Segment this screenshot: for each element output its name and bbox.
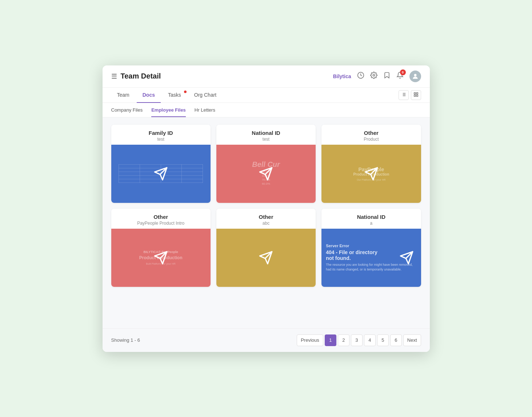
file-card-national-id-a[interactable]: National ID a Server Error 404 - File or… bbox=[321, 209, 421, 287]
app-window: ☰ Team Detail Bilytica 0 Team bbox=[103, 65, 430, 352]
page-6-button[interactable]: 6 bbox=[390, 334, 402, 346]
card-subtitle: Product bbox=[325, 137, 417, 142]
card-title: Other bbox=[115, 214, 207, 220]
card-header: National ID a bbox=[321, 209, 421, 229]
cards-grid: Family ID test bbox=[111, 125, 421, 287]
pagination: Previous 1 2 3 4 5 6 Next bbox=[297, 334, 421, 346]
card-header: Other Product bbox=[321, 125, 421, 145]
bookmark-icon[interactable] bbox=[383, 72, 391, 81]
card-thumbnail: Bell Cur 20.0% 10.0% 70.0% 60.0% bbox=[216, 145, 316, 203]
card-header: National ID test bbox=[216, 125, 316, 145]
file-card-national-id[interactable]: National ID test Bell Cur 20.0% 10.0% 70… bbox=[216, 125, 316, 203]
page-3-button[interactable]: 3 bbox=[351, 334, 363, 346]
tab-docs[interactable]: Docs bbox=[137, 88, 161, 103]
card-header: Family ID test bbox=[111, 125, 211, 145]
card-thumbnail: Server Error 404 - File or directorynot … bbox=[321, 229, 421, 287]
card-title: Family ID bbox=[115, 130, 207, 136]
card-title: Other bbox=[220, 214, 312, 220]
tab-team[interactable]: Team bbox=[111, 88, 135, 103]
file-card-family-id[interactable]: Family ID test bbox=[111, 125, 211, 203]
menu-icon[interactable]: ☰ bbox=[111, 72, 117, 80]
page-1-button[interactable]: 1 bbox=[325, 334, 336, 346]
showing-label: Showing 1 - 6 bbox=[111, 337, 140, 343]
card-thumbnail: PayPeople Product Introduction Our Platf… bbox=[321, 145, 421, 203]
next-button[interactable]: Next bbox=[403, 334, 421, 346]
settings-icon[interactable] bbox=[370, 72, 377, 81]
svg-point-2 bbox=[414, 74, 416, 76]
sub-tab-company-files[interactable]: Company Files bbox=[111, 107, 143, 117]
file-card-other-abc[interactable]: Other abc bbox=[216, 209, 316, 287]
nav-tabs: Team Docs Tasks Org Chart bbox=[103, 88, 430, 103]
page-5-button[interactable]: 5 bbox=[377, 334, 389, 346]
card-subtitle: PayPeople Product Intro bbox=[115, 221, 207, 226]
file-card-other-paypeople[interactable]: Other PayPeople Product Intro BILYTICA® … bbox=[111, 209, 211, 287]
page-2-button[interactable]: 2 bbox=[338, 334, 349, 346]
card-subtitle: abc bbox=[220, 221, 312, 226]
grid-view-button[interactable] bbox=[411, 90, 421, 100]
header-right: Bilytica 0 bbox=[333, 71, 421, 82]
content-area: Family ID test bbox=[103, 117, 430, 328]
sub-tabs: Company Files Employee Files Hr Letters bbox=[103, 103, 430, 117]
header-left: ☰ Team Detail bbox=[111, 72, 161, 80]
sub-tab-hr-letters[interactable]: Hr Letters bbox=[195, 107, 215, 117]
card-thumbnail: BILYTICA® PayPeople Product Introduction… bbox=[111, 229, 211, 287]
card-title: National ID bbox=[325, 214, 417, 220]
list-view-button[interactable] bbox=[399, 90, 409, 100]
app-title: Team Detail bbox=[121, 72, 161, 80]
card-thumbnail bbox=[111, 145, 211, 203]
clock-icon[interactable] bbox=[357, 72, 364, 81]
header: ☰ Team Detail Bilytica 0 bbox=[103, 65, 430, 88]
card-thumbnail bbox=[216, 229, 316, 287]
previous-button[interactable]: Previous bbox=[297, 334, 323, 346]
card-title: National ID bbox=[220, 130, 312, 136]
page-4-button[interactable]: 4 bbox=[364, 334, 376, 346]
card-header: Other abc bbox=[216, 209, 316, 229]
card-subtitle: test bbox=[115, 137, 207, 142]
file-card-other-product[interactable]: Other Product PayPeople Product Introduc… bbox=[321, 125, 421, 203]
card-header: Other PayPeople Product Intro bbox=[111, 209, 211, 229]
card-title: Other bbox=[325, 130, 417, 136]
notification-badge: 0 bbox=[400, 69, 406, 75]
tab-org-chart[interactable]: Org Chart bbox=[188, 88, 222, 103]
svg-rect-12 bbox=[416, 95, 418, 96]
sub-tab-employee-files[interactable]: Employee Files bbox=[151, 107, 186, 117]
view-icons bbox=[399, 90, 421, 100]
avatar[interactable] bbox=[409, 71, 421, 82]
svg-rect-10 bbox=[416, 92, 418, 94]
brand-label: Bilytica bbox=[333, 73, 351, 79]
svg-point-1 bbox=[373, 75, 375, 76]
tab-tasks[interactable]: Tasks bbox=[162, 88, 187, 103]
card-subtitle: a bbox=[325, 221, 417, 226]
card-subtitle: test bbox=[220, 137, 312, 142]
notification-bell-icon[interactable]: 0 bbox=[396, 72, 404, 81]
svg-rect-11 bbox=[414, 95, 415, 96]
svg-rect-9 bbox=[414, 92, 415, 94]
footer: Showing 1 - 6 Previous 1 2 3 4 5 6 Next bbox=[103, 328, 430, 352]
